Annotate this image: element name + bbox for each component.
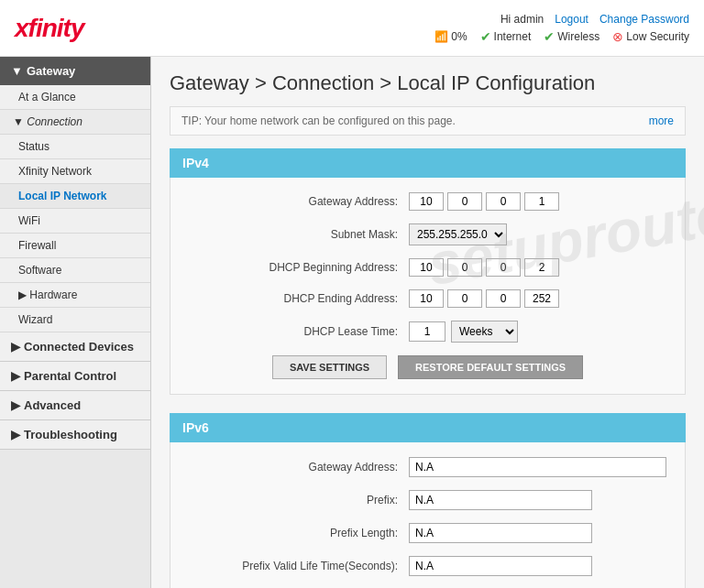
- ipv6-gateway-label: Gateway Address:: [189, 461, 409, 474]
- restore-defaults-button[interactable]: RESTORE DEFAULT SETTINGS: [398, 355, 583, 379]
- ipv6-section: IPv6 Gateway Address: Prefix: Prefix Len…: [170, 413, 686, 588]
- ipv6-prefix-valid-input[interactable]: [409, 556, 592, 576]
- sidebar-item-status[interactable]: Status: [0, 135, 150, 159]
- logo: xfinity: [15, 14, 83, 43]
- dhcp-end-row: DHCP Ending Address:: [189, 289, 666, 308]
- internet-ok-icon: ✔: [480, 29, 491, 44]
- lease-time-label: DHCP Lease Time:: [189, 325, 409, 338]
- logout-link[interactable]: Logout: [555, 13, 588, 26]
- dhcp-end-ip-c[interactable]: [486, 289, 521, 308]
- signal-icon: 📶: [434, 30, 448, 43]
- ipv4-section: IPv4 Gateway Address: Su: [170, 148, 686, 395]
- dhcp-begin-row: DHCP Beginning Address:: [189, 258, 666, 277]
- gateway-ip-d[interactable]: [524, 192, 559, 211]
- gateway-address-label: Gateway Address:: [189, 195, 409, 208]
- ipv6-prefix-length-input[interactable]: [409, 523, 592, 543]
- security-status: ⊗ Low Security: [612, 29, 689, 44]
- ipv6-prefix-length-label: Prefix Length:: [189, 527, 409, 539]
- dhcp-end-inputs: [409, 289, 559, 308]
- lease-unit-select[interactable]: Minutes Hours Days Weeks: [451, 321, 518, 343]
- sidebar-troubleshooting[interactable]: ▶ Troubleshooting: [0, 420, 150, 450]
- save-settings-button[interactable]: SAVE SETTINGS: [272, 355, 387, 379]
- lease-value-input[interactable]: [409, 321, 446, 342]
- lease-time-row: DHCP Lease Time: Minutes Hours Days Week…: [189, 321, 666, 343]
- ipv6-gateway-input[interactable]: [409, 457, 666, 477]
- security-label: Low Security: [626, 30, 689, 43]
- ipv4-body: Gateway Address: Subnet Mask: 255.255.25…: [170, 178, 686, 395]
- gateway-address-row: Gateway Address:: [189, 192, 666, 211]
- arrow-right-icon2: ▶: [11, 340, 20, 354]
- sidebar-parental-control[interactable]: ▶ Parental Control: [0, 362, 150, 391]
- dhcp-begin-ip-d[interactable]: [524, 258, 559, 277]
- gateway-ip-c[interactable]: [486, 192, 521, 211]
- ipv6-prefix-label: Prefix:: [189, 494, 409, 506]
- sidebar-gateway-header[interactable]: ▼ Gateway: [0, 57, 150, 85]
- sidebar-item-xfinity-network[interactable]: Xfinity Network: [0, 159, 150, 184]
- header: xfinity Hi admin Logout Change Password …: [0, 0, 704, 57]
- sidebar-item-hardware[interactable]: ▶ Hardware: [0, 283, 150, 308]
- sidebar-connection-label[interactable]: ▼ Connection: [0, 110, 150, 135]
- sidebar-item-wizard[interactable]: Wizard: [0, 308, 150, 332]
- ipv6-header: IPv6: [170, 413, 686, 442]
- internet-label: Internet: [494, 30, 532, 43]
- arrow-right-icon3: ▶: [11, 369, 20, 383]
- dhcp-begin-label: DHCP Beginning Address:: [189, 261, 409, 274]
- sidebar-connected-devices[interactable]: ▶ Connected Devices: [0, 332, 150, 362]
- dhcp-end-ip-a[interactable]: [409, 289, 444, 308]
- ipv6-prefix-valid-label: Prefix Valid Life Time(Seconds):: [189, 560, 409, 572]
- dhcp-begin-ip-c[interactable]: [486, 258, 521, 277]
- internet-status: ✔ Internet: [480, 29, 532, 44]
- arrow-down-icon2: ▼: [13, 115, 24, 128]
- dhcp-begin-ip-a[interactable]: [409, 258, 444, 277]
- ipv6-gateway-row: Gateway Address:: [189, 457, 666, 477]
- header-top: Hi admin Logout Change Password: [500, 13, 689, 26]
- sidebar-advanced[interactable]: ▶ Advanced: [0, 391, 150, 420]
- ipv6-prefix-length-row: Prefix Length:: [189, 523, 666, 543]
- ipv6-body: Gateway Address: Prefix: Prefix Length: …: [170, 442, 686, 588]
- arrow-right-icon: ▶: [18, 289, 29, 301]
- sidebar-item-firewall[interactable]: Firewall: [0, 234, 150, 258]
- wireless-ok-icon: ✔: [544, 29, 555, 44]
- ipv4-header: IPv4: [170, 148, 686, 178]
- sidebar-item-local-ip[interactable]: Local IP Network: [0, 184, 150, 209]
- wireless-label: Wireless: [557, 30, 600, 43]
- ipv6-prefix-input[interactable]: [409, 490, 592, 510]
- subnet-mask-select[interactable]: 255.255.255.0 255.255.0.0 255.0.0.0: [409, 223, 507, 245]
- main-wrapper: setuprouter Gateway > Connection > Local…: [151, 57, 704, 588]
- sidebar: ▼ Gateway At a Glance ▼ Connection Statu…: [0, 57, 151, 588]
- ipv6-prefix-valid-row: Prefix Valid Life Time(Seconds):: [189, 556, 666, 576]
- sidebar-item-at-a-glance[interactable]: At a Glance: [0, 85, 150, 110]
- sidebar-item-wifi[interactable]: WiFi: [0, 209, 150, 234]
- gateway-address-inputs: [409, 192, 559, 211]
- wireless-status: ✔ Wireless: [544, 29, 600, 44]
- sidebar-item-software[interactable]: Software: [0, 258, 150, 283]
- header-right: Hi admin Logout Change Password 📶 0% ✔ I…: [434, 13, 689, 44]
- sidebar-gateway-label: Gateway: [27, 64, 75, 78]
- dhcp-end-ip-b[interactable]: [447, 289, 482, 308]
- more-link[interactable]: more: [649, 114, 674, 127]
- lease-inputs: Minutes Hours Days Weeks: [409, 321, 518, 343]
- page-title: Gateway > Connection > Local IP Configur…: [170, 71, 686, 95]
- gateway-ip-a[interactable]: [409, 192, 444, 211]
- subnet-mask-row: Subnet Mask: 255.255.255.0 255.255.0.0 2…: [189, 223, 666, 245]
- tip-bar: TIP: Your home network can be configured…: [170, 106, 686, 136]
- greeting-text: Hi admin: [500, 13, 544, 26]
- signal-status: 📶 0%: [434, 30, 467, 43]
- dhcp-end-label: DHCP Ending Address:: [189, 292, 409, 305]
- arrow-down-icon: ▼: [11, 64, 23, 78]
- main-content: Gateway > Connection > Local IP Configur…: [151, 57, 704, 588]
- tip-text: TIP: Your home network can be configured…: [182, 114, 456, 127]
- signal-value: 0%: [451, 30, 467, 43]
- change-password-link[interactable]: Change Password: [600, 13, 689, 26]
- layout: ▼ Gateway At a Glance ▼ Connection Statu…: [0, 57, 704, 588]
- arrow-right-icon4: ▶: [11, 398, 20, 412]
- gateway-ip-b[interactable]: [447, 192, 482, 211]
- security-warn-icon: ⊗: [612, 29, 623, 44]
- arrow-right-icon5: ▶: [11, 428, 20, 441]
- ipv4-buttons: SAVE SETTINGS RESTORE DEFAULT SETTINGS: [189, 355, 666, 379]
- dhcp-begin-inputs: [409, 258, 559, 277]
- dhcp-end-ip-d[interactable]: [524, 289, 559, 308]
- ipv6-prefix-row: Prefix:: [189, 490, 666, 510]
- dhcp-begin-ip-b[interactable]: [447, 258, 482, 277]
- subnet-mask-label: Subnet Mask:: [189, 228, 409, 241]
